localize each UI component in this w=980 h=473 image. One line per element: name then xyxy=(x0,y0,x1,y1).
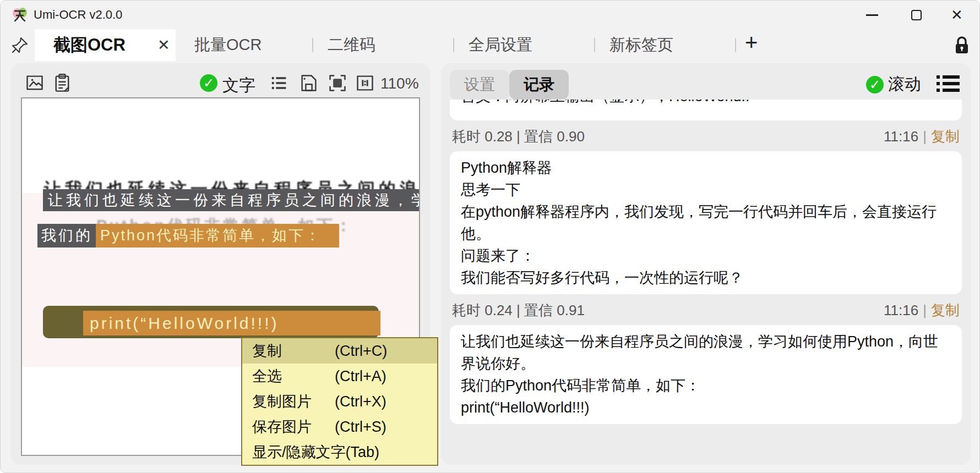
tab-new-tab-page[interactable]: 新标签页 xyxy=(609,29,673,61)
shortcut-label: (Ctrl+A) xyxy=(335,368,386,385)
tab-bar: 截图OCR ✕ 批量OCR 二维码 全局设置 新标签页 + xyxy=(1,29,979,61)
record-card[interactable]: 让我们也延续这一份来自程序员之间的浪漫，学习如何使用Python，向世界说你好。… xyxy=(450,325,962,424)
tab-separator xyxy=(453,38,454,52)
tab-records[interactable]: 记录 xyxy=(509,70,569,100)
scroll-check-icon: ✓ xyxy=(866,76,884,94)
side-panel-tabs: 设置 记录 xyxy=(450,70,569,100)
minimize-button[interactable] xyxy=(853,1,891,29)
tab-settings[interactable]: 设置 xyxy=(450,70,509,100)
new-tab-button[interactable]: + xyxy=(745,30,758,55)
ocr-overlay-line1[interactable]: 让我们也延续这一份来自程序员之间的浪漫，学 xyxy=(43,189,419,211)
record-stats: 耗时 0.28 | 置信 0.90 xyxy=(452,127,585,146)
open-image-icon[interactable] xyxy=(25,73,45,93)
close-icon: ✕ xyxy=(951,8,963,22)
window-title: Umi-OCR v2.0.0 xyxy=(34,8,122,22)
tab-separator xyxy=(312,38,313,52)
shortcut-label: (Ctrl+X) xyxy=(335,393,386,410)
tab-close-icon[interactable]: ✕ xyxy=(157,36,170,54)
record-time: 11:16 xyxy=(884,302,918,318)
lock-icon[interactable] xyxy=(952,35,972,56)
save-file-icon[interactable] xyxy=(299,73,319,93)
tab-separator xyxy=(594,38,595,52)
screenshot-capture-icon[interactable] xyxy=(328,73,347,93)
shortcut-label: (Ctrl+S) xyxy=(335,419,386,436)
menu-item-save-image[interactable]: 保存图片 (Ctrl+S) xyxy=(242,414,437,439)
record-card[interactable]: Python解释器 思考一下 在python解释器程序内，我们发现，写完一行代码… xyxy=(450,151,962,294)
record-meta: 耗时 0.28 | 置信 0.90 11:16|复制 xyxy=(452,127,960,146)
close-button[interactable]: ✕ xyxy=(938,1,976,29)
minimize-icon xyxy=(866,14,878,16)
menu-item-copy-image[interactable]: 复制图片 (Ctrl+X) xyxy=(242,389,437,414)
copy-link[interactable]: 复制 xyxy=(931,302,960,318)
tab-label: 截图OCR xyxy=(53,34,126,57)
record-time: 11:16 xyxy=(884,128,918,145)
app-logo-icon xyxy=(12,7,28,23)
record-card-partial[interactable]: 含义：向屏幕上输出（显示），HelloWorld!! xyxy=(450,100,962,120)
ocr-text-check-icon[interactable]: ✓ xyxy=(200,74,217,92)
record-stats: 耗时 0.24 | 置信 0.91 xyxy=(452,301,585,320)
tab-separator xyxy=(735,38,736,52)
scroll-label: 滚动 xyxy=(888,73,921,96)
context-menu: 复制 (Ctrl+C) 全选 (Ctrl+A) 复制图片 (Ctrl+X) 保存… xyxy=(241,337,438,466)
menu-item-copy[interactable]: 复制 (Ctrl+C) xyxy=(242,338,437,364)
record-meta: 耗时 0.24 | 置信 0.91 11:16|复制 xyxy=(452,301,960,320)
maximize-icon xyxy=(911,10,922,20)
records-list[interactable]: 含义：向屏幕上输出（显示），HelloWorld!! 耗时 0.28 | 置信 … xyxy=(450,100,962,461)
tab-batch-ocr[interactable]: 批量OCR xyxy=(194,29,262,61)
pin-icon[interactable] xyxy=(10,36,29,54)
zoom-level[interactable]: 110% xyxy=(380,75,419,92)
ocr-code-line-selected[interactable]: print(“HelloWorld!!!) xyxy=(83,311,380,336)
ocr-text-toggle-label[interactable]: 文字 xyxy=(222,74,255,97)
scroll-toggle[interactable]: ✓ 滚动 xyxy=(866,73,921,96)
ratio-1-1-icon[interactable] xyxy=(355,73,375,93)
side-panel: 设置 记录 ✓ 滚动 含义：向屏幕上输出（显示），HelloWorld!! 耗时… xyxy=(441,63,971,465)
maximize-button[interactable] xyxy=(897,1,935,29)
shortcut-label: (Ctrl+C) xyxy=(335,343,387,360)
shortcut-label: (Tab) xyxy=(346,444,380,461)
title-bar: Umi-OCR v2.0.0 ✕ xyxy=(1,1,979,29)
copy-link[interactable]: 复制 xyxy=(931,128,960,145)
records-menu-icon[interactable] xyxy=(935,74,961,93)
text-list-icon[interactable] xyxy=(269,73,289,93)
menu-item-select-all[interactable]: 全选 (Ctrl+A) xyxy=(242,364,437,389)
ocr-overlay-line2[interactable]: 我们的 xyxy=(37,224,96,248)
tab-screenshot-ocr[interactable]: 截图OCR ✕ xyxy=(35,29,176,61)
left-toolbar: ✓ 文字 110% xyxy=(10,70,430,100)
tab-global-settings[interactable]: 全局设置 xyxy=(469,29,532,61)
paste-clipboard-icon[interactable] xyxy=(52,73,72,93)
app-window: Umi-OCR v2.0.0 ✕ 截图OCR ✕ 批量OCR 二维码 全局设置 … xyxy=(0,0,980,473)
ocr-overlay-line2-selected[interactable]: Python代码非常简单，如下： xyxy=(96,224,339,248)
menu-item-toggle-text[interactable]: 显示/隐藏文字 (Tab) xyxy=(242,439,437,465)
tab-qrcode[interactable]: 二维码 xyxy=(328,29,375,61)
